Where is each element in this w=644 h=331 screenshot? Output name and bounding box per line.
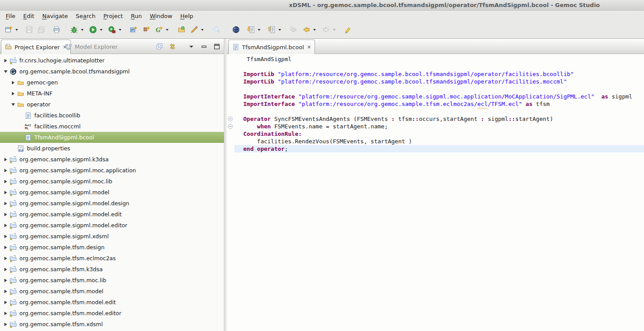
tree-item-facilities-bcoollib[interactable]: facilities.bcoollib — [0, 110, 224, 121]
code-line[interactable]: TfsmAndSigpml — [234, 55, 644, 63]
expand-arrow-icon[interactable] — [3, 312, 9, 315]
expand-arrow-icon[interactable] — [3, 191, 9, 194]
tree-item-org-gemoc-sample-sigpml-xdsml[interactable]: org.gemoc.sample.sigpml.xdsml — [0, 231, 224, 242]
expand-arrow-icon[interactable] — [3, 169, 9, 172]
tree-item-org-gemoc-sample-tfsm-design[interactable]: org.gemoc.sample.tfsm.design — [0, 242, 224, 253]
annotate-button[interactable] — [188, 24, 200, 36]
tree-item-org-gemoc-sample-tfsm-eclmoc2as[interactable]: org.gemoc.sample.tfsm.eclmoc2as — [0, 253, 224, 264]
expand-arrow-icon[interactable] — [3, 213, 9, 216]
save-button[interactable] — [23, 24, 35, 36]
new-bcool-wizard-button[interactable] — [128, 24, 139, 36]
run-external-tools-button-dropdown[interactable] — [117, 24, 122, 36]
code-line[interactable]: ImportLib "platform:/resource/org.gemoc.… — [234, 70, 644, 78]
export-log-button-dropdown[interactable] — [277, 24, 282, 36]
tree-item-org-gemoc-sample-tfsm-model-edit[interactable]: org.gemoc.sample.tfsm.model.edit — [0, 297, 224, 308]
tree-item-gemoc-gen[interactable]: gemoc-gen — [0, 77, 224, 88]
code-line[interactable]: ImportInterface "platform:/resource/org.… — [234, 100, 644, 108]
tree-item-org-gemoc-sample-tfsm-model-editor[interactable]: org.gemoc.sample.tfsm.model.editor — [0, 308, 224, 319]
code-line[interactable]: CoordinationRule: — [234, 130, 644, 138]
code-line[interactable] — [234, 63, 644, 70]
run-external-tools-button[interactable] — [106, 24, 117, 36]
code-line-current[interactable]: end operator; — [234, 145, 644, 153]
open-resource-button[interactable] — [176, 24, 187, 36]
code-line[interactable]: ImportInterface "platform:/resource/org.… — [234, 93, 644, 100]
annotate-button-dropdown[interactable] — [200, 24, 205, 36]
code-line[interactable] — [234, 108, 644, 115]
tree-item-org-gemoc-sample-bcool-tfsmandsigpml[interactable]: org.gemoc.sample.bcool.tfsmandsigpml — [0, 66, 224, 77]
tree-item-meta-inf[interactable]: META-INF — [0, 88, 224, 99]
open-web-browser-button[interactable] — [230, 24, 242, 36]
back-button-dropdown[interactable] — [312, 24, 317, 36]
tree-item-org-gemoc-sample-sigpml-model-editor[interactable]: org.gemoc.sample.sigpml.model.editor — [0, 220, 224, 231]
highlighter-button[interactable] — [342, 24, 353, 36]
tree-item-fr-cnrs-luchogie-ultimateplotter[interactable]: fr.cnrs.luchogie.ultimateplotter — [0, 55, 224, 66]
maximize-button[interactable] — [212, 42, 221, 51]
import-log-button[interactable] — [245, 24, 256, 36]
new-wizard-button-dropdown[interactable] — [14, 24, 19, 36]
tree-item-facilities-moccml[interactable]: MoCCMLfacilities.moccml — [0, 121, 224, 132]
minimize-button[interactable] — [200, 42, 209, 51]
print-button[interactable] — [51, 24, 62, 36]
expand-arrow-icon[interactable] — [3, 224, 9, 227]
collapse-all-button[interactable] — [155, 42, 164, 51]
save-all-button[interactable] — [36, 24, 47, 36]
expand-arrow-icon[interactable] — [3, 202, 9, 205]
forward-button-dropdown[interactable] — [332, 24, 337, 36]
menu-item-navigate[interactable]: Navigate — [38, 11, 72, 21]
expand-arrow-icon[interactable] — [3, 257, 9, 260]
tree-item-build-properties[interactable]: 010build.properties — [0, 143, 224, 154]
forward-button[interactable] — [320, 24, 332, 36]
expand-arrow-icon[interactable] — [3, 279, 9, 282]
tree-item-org-gemoc-sample-sigpml-moc-lib[interactable]: org.gemoc.sample.sigpml.moc.lib — [0, 176, 224, 187]
new-diagram-button[interactable] — [140, 24, 152, 36]
collapse-arrow-icon[interactable] — [10, 103, 16, 106]
tree-item-org-gemoc-sample-sigpml-model-edit[interactable]: org.gemoc.sample.sigpml.model.edit — [0, 209, 224, 220]
back-button[interactable] — [300, 24, 312, 36]
code-area[interactable]: TfsmAndSigpmlImportLib "platform:/resour… — [234, 54, 644, 331]
expand-arrow-icon[interactable] — [10, 81, 16, 84]
menu-item-file[interactable]: File — [2, 11, 19, 21]
debug-button[interactable] — [68, 24, 80, 36]
expand-arrow-icon[interactable] — [3, 59, 9, 62]
fold-collapse-icon[interactable] — [228, 124, 233, 129]
new-gemoc-button[interactable]: G — [153, 24, 165, 36]
code-line[interactable] — [234, 85, 644, 93]
tree-item-org-gemoc-sample-sigpml-k3dsa[interactable]: org.gemoc.sample.sigpml.k3dsa — [0, 154, 224, 165]
link-with-editor-button[interactable] — [168, 42, 177, 51]
tree-item-org-gemoc-sample-tfsm-k3dsa[interactable]: org.gemoc.sample.tfsm.k3dsa — [0, 264, 224, 275]
tree-item-org-gemoc-sample-sigpml-model[interactable]: org.gemoc.sample.sigpml.model — [0, 187, 224, 198]
tree-item-org-gemoc-sample-tfsm-moc-lib[interactable]: org.gemoc.sample.tfsm.moc.lib — [0, 275, 224, 286]
code-line[interactable]: facilities.RendezVous(FSMEvents, startAg… — [234, 138, 644, 145]
import-log-button-dropdown[interactable] — [256, 24, 261, 36]
new-gemoc-button-dropdown[interactable] — [165, 24, 169, 36]
editor-body[interactable]: TfsmAndSigpmlImportLib "platform:/resour… — [227, 54, 644, 331]
debug-button-dropdown[interactable] — [80, 24, 84, 36]
code-line[interactable]: when FSMEvents.name = startAgent.name; — [234, 123, 644, 130]
tree-item-tfsmandsigpml-bcool[interactable]: TfsmAndSigpml.bcool — [0, 132, 224, 143]
collapse-arrow-icon[interactable] — [3, 70, 9, 73]
tab-project-explorer[interactable]: Project Explorer ✕ — [1, 40, 71, 54]
menu-item-run[interactable]: Run — [127, 11, 146, 21]
tree-item-org-gemoc-sample-tfsm-model[interactable]: org.gemoc.sample.tfsm.model — [0, 286, 224, 297]
close-icon[interactable]: ✕ — [307, 44, 311, 50]
expand-arrow-icon[interactable] — [3, 268, 9, 271]
new-wizard-button[interactable] — [3, 24, 14, 36]
menu-item-project[interactable]: Project — [99, 11, 127, 21]
tree-item-org-gemoc-sample-tfsm-xdsml[interactable]: org.gemoc.sample.tfsm.xdsml — [0, 319, 224, 330]
menu-item-search[interactable]: Search — [72, 11, 99, 21]
last-edit-location-button[interactable] — [287, 24, 299, 36]
expand-arrow-icon[interactable] — [3, 180, 9, 183]
expand-arrow-icon[interactable] — [3, 323, 9, 326]
export-log-button[interactable] — [266, 24, 277, 36]
run-button-dropdown[interactable] — [99, 24, 103, 36]
menu-item-window[interactable]: Window — [146, 11, 176, 21]
view-menu-button[interactable] — [187, 42, 196, 51]
tab-model-explorer[interactable]: Model Explorer — [62, 40, 121, 54]
expand-arrow-icon[interactable] — [10, 92, 16, 95]
run-button[interactable] — [87, 24, 99, 36]
expand-arrow-icon[interactable] — [3, 290, 9, 293]
menu-item-edit[interactable]: Edit — [19, 11, 38, 21]
tree-item-org-gemoc-sample-sigpml-model-design[interactable]: org.gemoc.sample.sigpml.model.design — [0, 198, 224, 209]
editor-tab-tfsmandsigpml[interactable]: TfsmAndSigpml.bcool ✕ — [228, 40, 315, 54]
expand-arrow-icon[interactable] — [3, 246, 9, 249]
